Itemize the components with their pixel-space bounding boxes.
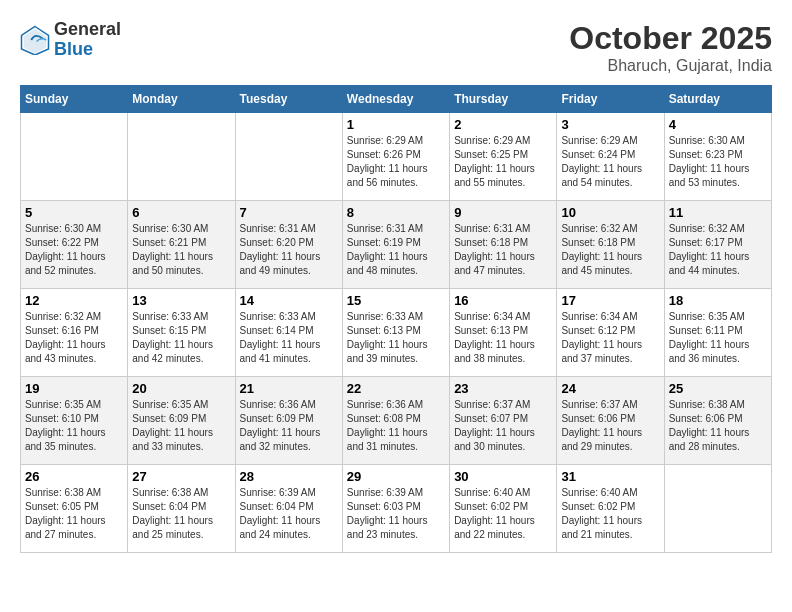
weekday-header: Friday [557, 86, 664, 113]
calendar-cell: 25Sunrise: 6:38 AM Sunset: 6:06 PM Dayli… [664, 377, 771, 465]
day-info: Sunrise: 6:34 AM Sunset: 6:13 PM Dayligh… [454, 310, 552, 366]
day-number: 28 [240, 469, 338, 484]
day-info: Sunrise: 6:40 AM Sunset: 6:02 PM Dayligh… [561, 486, 659, 542]
day-number: 4 [669, 117, 767, 132]
calendar-cell: 21Sunrise: 6:36 AM Sunset: 6:09 PM Dayli… [235, 377, 342, 465]
day-info: Sunrise: 6:40 AM Sunset: 6:02 PM Dayligh… [454, 486, 552, 542]
weekday-row: SundayMondayTuesdayWednesdayThursdayFrid… [21, 86, 772, 113]
logo-general-label: General [54, 20, 121, 40]
day-info: Sunrise: 6:29 AM Sunset: 6:26 PM Dayligh… [347, 134, 445, 190]
calendar-cell: 27Sunrise: 6:38 AM Sunset: 6:04 PM Dayli… [128, 465, 235, 553]
day-number: 5 [25, 205, 123, 220]
page-subtitle: Bharuch, Gujarat, India [569, 57, 772, 75]
calendar-cell: 6Sunrise: 6:30 AM Sunset: 6:21 PM Daylig… [128, 201, 235, 289]
day-number: 22 [347, 381, 445, 396]
calendar-cell: 28Sunrise: 6:39 AM Sunset: 6:04 PM Dayli… [235, 465, 342, 553]
day-info: Sunrise: 6:33 AM Sunset: 6:15 PM Dayligh… [132, 310, 230, 366]
calendar-cell: 8Sunrise: 6:31 AM Sunset: 6:19 PM Daylig… [342, 201, 449, 289]
calendar-cell: 4Sunrise: 6:30 AM Sunset: 6:23 PM Daylig… [664, 113, 771, 201]
calendar-cell: 15Sunrise: 6:33 AM Sunset: 6:13 PM Dayli… [342, 289, 449, 377]
day-info: Sunrise: 6:39 AM Sunset: 6:04 PM Dayligh… [240, 486, 338, 542]
day-number: 25 [669, 381, 767, 396]
calendar-cell: 9Sunrise: 6:31 AM Sunset: 6:18 PM Daylig… [450, 201, 557, 289]
day-info: Sunrise: 6:29 AM Sunset: 6:25 PM Dayligh… [454, 134, 552, 190]
weekday-header: Thursday [450, 86, 557, 113]
day-info: Sunrise: 6:32 AM Sunset: 6:17 PM Dayligh… [669, 222, 767, 278]
day-number: 10 [561, 205, 659, 220]
day-info: Sunrise: 6:35 AM Sunset: 6:10 PM Dayligh… [25, 398, 123, 454]
calendar-cell [21, 113, 128, 201]
day-info: Sunrise: 6:30 AM Sunset: 6:22 PM Dayligh… [25, 222, 123, 278]
day-info: Sunrise: 6:33 AM Sunset: 6:13 PM Dayligh… [347, 310, 445, 366]
calendar-week-row: 19Sunrise: 6:35 AM Sunset: 6:10 PM Dayli… [21, 377, 772, 465]
day-number: 11 [669, 205, 767, 220]
day-number: 29 [347, 469, 445, 484]
day-info: Sunrise: 6:36 AM Sunset: 6:09 PM Dayligh… [240, 398, 338, 454]
calendar-cell: 19Sunrise: 6:35 AM Sunset: 6:10 PM Dayli… [21, 377, 128, 465]
day-number: 2 [454, 117, 552, 132]
day-number: 8 [347, 205, 445, 220]
day-number: 24 [561, 381, 659, 396]
day-info: Sunrise: 6:30 AM Sunset: 6:21 PM Dayligh… [132, 222, 230, 278]
day-number: 17 [561, 293, 659, 308]
calendar-cell [235, 113, 342, 201]
calendar-table: SundayMondayTuesdayWednesdayThursdayFrid… [20, 85, 772, 553]
calendar-cell: 31Sunrise: 6:40 AM Sunset: 6:02 PM Dayli… [557, 465, 664, 553]
calendar-cell: 7Sunrise: 6:31 AM Sunset: 6:20 PM Daylig… [235, 201, 342, 289]
weekday-header: Saturday [664, 86, 771, 113]
calendar-cell: 14Sunrise: 6:33 AM Sunset: 6:14 PM Dayli… [235, 289, 342, 377]
weekday-header: Tuesday [235, 86, 342, 113]
page-title: October 2025 [569, 20, 772, 57]
day-number: 27 [132, 469, 230, 484]
day-number: 7 [240, 205, 338, 220]
day-info: Sunrise: 6:36 AM Sunset: 6:08 PM Dayligh… [347, 398, 445, 454]
day-number: 30 [454, 469, 552, 484]
calendar-cell: 3Sunrise: 6:29 AM Sunset: 6:24 PM Daylig… [557, 113, 664, 201]
day-number: 14 [240, 293, 338, 308]
calendar-cell: 20Sunrise: 6:35 AM Sunset: 6:09 PM Dayli… [128, 377, 235, 465]
calendar-cell: 10Sunrise: 6:32 AM Sunset: 6:18 PM Dayli… [557, 201, 664, 289]
title-block: October 2025 Bharuch, Gujarat, India [569, 20, 772, 75]
day-info: Sunrise: 6:32 AM Sunset: 6:16 PM Dayligh… [25, 310, 123, 366]
calendar-cell [128, 113, 235, 201]
day-info: Sunrise: 6:33 AM Sunset: 6:14 PM Dayligh… [240, 310, 338, 366]
calendar-cell: 13Sunrise: 6:33 AM Sunset: 6:15 PM Dayli… [128, 289, 235, 377]
calendar-cell: 29Sunrise: 6:39 AM Sunset: 6:03 PM Dayli… [342, 465, 449, 553]
day-number: 19 [25, 381, 123, 396]
page-header: General Blue October 2025 Bharuch, Gujar… [20, 20, 772, 75]
logo: General Blue [20, 20, 121, 60]
calendar-cell: 30Sunrise: 6:40 AM Sunset: 6:02 PM Dayli… [450, 465, 557, 553]
day-number: 15 [347, 293, 445, 308]
day-info: Sunrise: 6:37 AM Sunset: 6:06 PM Dayligh… [561, 398, 659, 454]
calendar-header: SundayMondayTuesdayWednesdayThursdayFrid… [21, 86, 772, 113]
day-info: Sunrise: 6:37 AM Sunset: 6:07 PM Dayligh… [454, 398, 552, 454]
day-number: 31 [561, 469, 659, 484]
weekday-header: Sunday [21, 86, 128, 113]
day-info: Sunrise: 6:35 AM Sunset: 6:11 PM Dayligh… [669, 310, 767, 366]
calendar-cell [664, 465, 771, 553]
day-number: 6 [132, 205, 230, 220]
logo-icon [20, 25, 50, 55]
day-number: 20 [132, 381, 230, 396]
logo-blue-label: Blue [54, 40, 121, 60]
calendar-week-row: 5Sunrise: 6:30 AM Sunset: 6:22 PM Daylig… [21, 201, 772, 289]
day-info: Sunrise: 6:31 AM Sunset: 6:19 PM Dayligh… [347, 222, 445, 278]
calendar-cell: 22Sunrise: 6:36 AM Sunset: 6:08 PM Dayli… [342, 377, 449, 465]
day-info: Sunrise: 6:35 AM Sunset: 6:09 PM Dayligh… [132, 398, 230, 454]
calendar-cell: 11Sunrise: 6:32 AM Sunset: 6:17 PM Dayli… [664, 201, 771, 289]
calendar-week-row: 12Sunrise: 6:32 AM Sunset: 6:16 PM Dayli… [21, 289, 772, 377]
calendar-cell: 1Sunrise: 6:29 AM Sunset: 6:26 PM Daylig… [342, 113, 449, 201]
weekday-header: Wednesday [342, 86, 449, 113]
day-number: 16 [454, 293, 552, 308]
day-number: 26 [25, 469, 123, 484]
day-info: Sunrise: 6:38 AM Sunset: 6:05 PM Dayligh… [25, 486, 123, 542]
day-info: Sunrise: 6:31 AM Sunset: 6:20 PM Dayligh… [240, 222, 338, 278]
day-info: Sunrise: 6:38 AM Sunset: 6:06 PM Dayligh… [669, 398, 767, 454]
calendar-week-row: 26Sunrise: 6:38 AM Sunset: 6:05 PM Dayli… [21, 465, 772, 553]
day-info: Sunrise: 6:29 AM Sunset: 6:24 PM Dayligh… [561, 134, 659, 190]
calendar-cell: 26Sunrise: 6:38 AM Sunset: 6:05 PM Dayli… [21, 465, 128, 553]
day-info: Sunrise: 6:38 AM Sunset: 6:04 PM Dayligh… [132, 486, 230, 542]
day-info: Sunrise: 6:30 AM Sunset: 6:23 PM Dayligh… [669, 134, 767, 190]
weekday-header: Monday [128, 86, 235, 113]
day-info: Sunrise: 6:34 AM Sunset: 6:12 PM Dayligh… [561, 310, 659, 366]
